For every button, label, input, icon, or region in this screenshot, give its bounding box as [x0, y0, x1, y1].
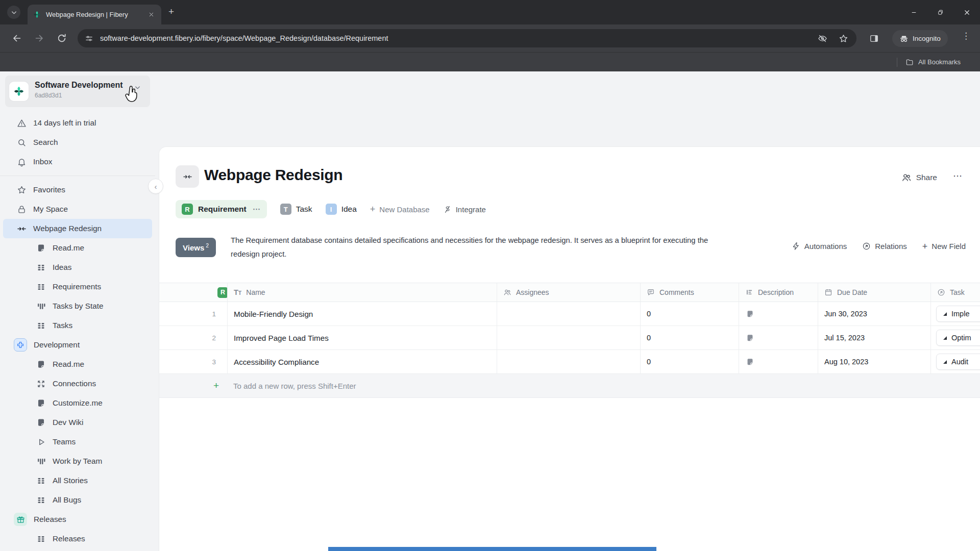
people-icon	[901, 172, 912, 183]
all-bookmarks-button[interactable]: All Bookmarks	[905, 58, 961, 66]
table-row[interactable]: 2 Improved Page Load Times 0 Jul 15, 202…	[159, 326, 980, 350]
sidebar-item-connections[interactable]: Connections	[3, 374, 152, 393]
site-settings-icon[interactable]	[85, 34, 93, 43]
automations-button[interactable]: Automations	[792, 242, 847, 251]
assignees-cell[interactable]	[497, 326, 640, 349]
forward-icon[interactable]	[34, 33, 45, 44]
task-cell[interactable]: Audit	[930, 350, 980, 373]
assignees-cell[interactable]	[497, 302, 640, 325]
database-more-icon[interactable]: ⋯	[253, 205, 261, 214]
sidebar-item-favorites[interactable]: Favorites	[3, 180, 152, 199]
sidebar-item-ideas[interactable]: Ideas	[3, 258, 152, 277]
new-field-button[interactable]: + New Field	[922, 242, 966, 251]
eye-off-icon[interactable]	[818, 34, 827, 43]
integrate-button[interactable]: Integrate	[443, 205, 486, 214]
sidebar-item-read-me[interactable]: Read.me	[3, 355, 152, 374]
sidebar-item-webpage-redesign[interactable]: Webpage Redesign	[3, 219, 152, 238]
close-button[interactable]	[953, 0, 980, 24]
description-cell[interactable]	[739, 302, 818, 325]
task-chip[interactable]: Audit	[936, 354, 980, 370]
column-header-task[interactable]: Task	[930, 283, 980, 302]
tab-title: Webpage Redesign | Fibery	[46, 11, 142, 18]
column-header-due-date[interactable]: Due Date	[818, 283, 930, 302]
comments-cell[interactable]: 0	[640, 350, 739, 373]
comments-cell[interactable]: 0	[640, 302, 739, 325]
sidebar-item-releases[interactable]: Releases	[3, 529, 152, 548]
add-row-hint: To add a new row, press Shift+Enter	[227, 374, 980, 397]
side-panel-icon[interactable]	[869, 34, 879, 43]
grid-icon	[36, 282, 46, 292]
url-bar[interactable]: software-development.fibery.io/fibery/sp…	[78, 29, 856, 47]
sidebar-item-development[interactable]: Development	[3, 335, 152, 355]
minimize-button[interactable]	[900, 0, 927, 24]
due-date-cell[interactable]: Jun 30, 2023	[818, 302, 930, 325]
document-icon	[746, 358, 754, 366]
sidebar-item-dev-wiki[interactable]: Dev Wiki	[3, 413, 152, 432]
requirements-table: R TT Name Assignees Comments	[159, 283, 980, 398]
sidebar-item-customize-me[interactable]: Customize.me	[3, 393, 152, 413]
table-row[interactable]: 1 Mobile-Friendly Design 0 Jun 30, 2023 …	[159, 302, 980, 326]
back-icon[interactable]	[11, 33, 22, 44]
sidebar-item-all-stories[interactable]: All Stories	[3, 471, 152, 490]
column-header-name[interactable]: TT Name	[227, 283, 497, 302]
browser-menu-icon[interactable]: ⋮	[962, 31, 970, 41]
name-cell[interactable]: Mobile-Friendly Design	[227, 302, 497, 325]
column-header-comments[interactable]: Comments	[640, 283, 739, 302]
task-chip[interactable]: Optim	[936, 330, 980, 346]
sidebar-item-tasks-by-state[interactable]: Tasks by State	[3, 296, 152, 316]
relations-button[interactable]: Relations	[862, 242, 907, 251]
add-row[interactable]: + To add a new row, press Shift+Enter	[159, 374, 980, 398]
sidebar-item-release-planning[interactable]: Release Planning	[3, 548, 152, 551]
space-icon-button[interactable]	[176, 165, 199, 188]
add-row-plus-icon[interactable]: +	[159, 374, 227, 397]
connect-icon	[36, 379, 46, 389]
task-chip[interactable]: Imple	[936, 306, 980, 322]
sidebar-item-work-by-team[interactable]: Work by Team	[3, 452, 152, 471]
tab-search-button[interactable]	[7, 6, 20, 19]
comments-cell[interactable]: 0	[640, 326, 739, 349]
sidebar-item-read-me[interactable]: Read.me	[3, 238, 152, 258]
arrows-in-icon	[183, 172, 192, 182]
task-cell[interactable]: Imple	[930, 302, 980, 325]
tab-close-icon[interactable]	[146, 11, 156, 18]
share-button[interactable]: Share	[901, 172, 937, 183]
grid-icon	[36, 262, 46, 272]
sidebar-item-14-days-left-in-trial[interactable]: 14 days left in trial	[3, 113, 152, 133]
sidebar-item-my-space[interactable]: My Space	[3, 199, 152, 219]
new-database-button[interactable]: + New Database	[370, 205, 430, 214]
browser-tab[interactable]: Webpage Redesign | Fibery	[28, 5, 161, 24]
table-row[interactable]: 3 Accessibility Compliance 0 Aug 10, 202…	[159, 350, 980, 374]
bookmark-star-icon[interactable]	[839, 34, 848, 43]
sidebar-divider	[0, 176, 155, 176]
name-cell[interactable]: Accessibility Compliance	[227, 350, 497, 373]
sidebar-item-tasks[interactable]: Tasks	[3, 316, 152, 335]
sidebar-item-releases[interactable]: Releases	[3, 510, 152, 529]
due-date-cell[interactable]: Aug 10, 2023	[818, 350, 930, 373]
column-header-description[interactable]: Description	[739, 283, 818, 302]
sidebar-item-inbox[interactable]: Inbox	[3, 152, 152, 171]
sidebar-item-teams[interactable]: Teams	[3, 432, 152, 452]
reload-icon[interactable]	[56, 33, 67, 44]
database-tab-requirement[interactable]: R Requirement ⋯	[176, 200, 267, 218]
description-cell[interactable]	[739, 326, 818, 349]
new-tab-button[interactable]: +	[168, 7, 174, 17]
field-actions: Automations Relations + New Field	[792, 242, 966, 251]
due-date-cell[interactable]: Jul 15, 2023	[818, 326, 930, 349]
column-header-assignees[interactable]: Assignees	[497, 283, 640, 302]
sidebar-item-all-bugs[interactable]: All Bugs	[3, 490, 152, 510]
database-tab-idea[interactable]: I Idea	[326, 204, 357, 215]
document-icon	[746, 310, 754, 318]
views-button[interactable]: Views2	[176, 238, 216, 257]
page-more-button[interactable]: ⋯	[953, 170, 963, 182]
sidebar-item-search[interactable]: Search	[3, 133, 152, 152]
sidebar-collapse-button[interactable]: ‹	[148, 179, 163, 194]
restore-button[interactable]	[927, 0, 953, 24]
task-cell[interactable]: Optim	[930, 326, 980, 349]
name-cell[interactable]: Improved Page Load Times	[227, 326, 497, 349]
sidebar-item-requirements[interactable]: Requirements	[3, 277, 152, 296]
bell-icon	[16, 157, 27, 167]
assignees-cell[interactable]	[497, 350, 640, 373]
sidebar-nav: 14 days left in trial Search Inbox Favor…	[0, 113, 155, 551]
description-cell[interactable]	[739, 350, 818, 373]
database-tab-task[interactable]: T Task	[280, 204, 312, 215]
